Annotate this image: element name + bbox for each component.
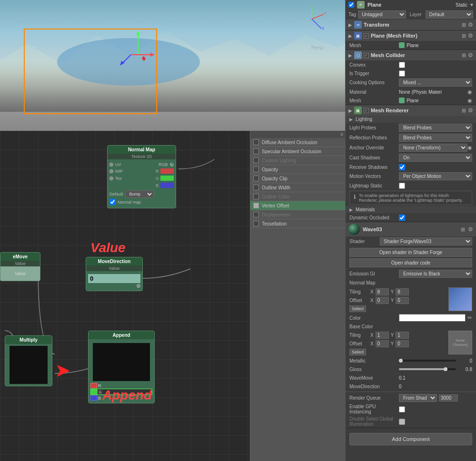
lighting-subsection[interactable]: ▶ Lighting (346, 116, 476, 123)
mesh-renderer-menu[interactable]: ⊞ (462, 108, 466, 114)
mesh-filter-gear[interactable]: ⚙ (468, 32, 473, 39)
shader-editor[interactable]: Normal Map Texture 2D UV RGB MIP R (0, 131, 345, 461)
offset2-x-input[interactable] (376, 340, 389, 347)
mesh-renderer-enable[interactable] (364, 108, 369, 113)
gloss-thumb[interactable] (444, 367, 447, 371)
offset2-y-input[interactable] (396, 340, 409, 347)
light-probes-dropdown[interactable]: Blend Probes (399, 124, 472, 132)
tessellation-checkbox[interactable] (253, 221, 259, 226)
specular-ao-checkbox[interactable] (253, 148, 259, 154)
move-direction-node[interactable]: MoveDirection Value 0 (86, 257, 143, 291)
wave03-gear[interactable]: ⚙ (468, 226, 473, 233)
move-node[interactable]: eMove Value Value (0, 252, 40, 281)
tiling2-x-input[interactable] (376, 332, 389, 339)
gloss-label: Gloss (349, 367, 397, 372)
motion-vectors-dropdown[interactable]: Per Object Motion (399, 172, 472, 180)
collider-mesh-label: Mesh (349, 98, 397, 103)
mesh-collider-enable[interactable] (364, 53, 369, 58)
mesh-filter-header[interactable]: ▶ ▦ Plane (Mesh Filter) ⊞ ⚙ (346, 30, 476, 41)
mesh-renderer-header[interactable]: ▶ ▦ Mesh Renderer ⊞ ⚙ (346, 105, 476, 116)
double-sided-checkbox[interactable] (399, 419, 405, 425)
normal-map-checkbox[interactable] (109, 199, 116, 205)
gpu-instancing-checkbox[interactable] (399, 406, 405, 412)
anchor-override-dropdown[interactable]: None (Transform) (399, 144, 467, 152)
port-label-uv: UV (115, 162, 125, 167)
normal-map-node[interactable]: Normal Map Texture 2D UV RGB MIP R (107, 145, 176, 208)
diffuse-ao-checkbox[interactable] (253, 139, 259, 145)
collider-material-select[interactable]: ◉ (467, 89, 472, 95)
mesh-collider-menu[interactable]: ⊞ (462, 52, 466, 59)
opacity-clip-checkbox[interactable] (253, 176, 259, 181)
port-dot-mip (109, 169, 113, 173)
is-trigger-checkbox[interactable] (399, 70, 405, 77)
transform-section: ▶ ⇔ Transform ⊞ ⚙ (346, 20, 476, 30)
mesh-filter-enable[interactable] (364, 33, 369, 39)
cooking-options-row: Cooking Options Mixed ... (346, 78, 476, 88)
cast-shadows-dropdown[interactable]: On (399, 154, 472, 162)
vertex-offset-checkbox[interactable] (253, 203, 259, 208)
default-dropdown[interactable]: Bump (125, 190, 154, 198)
wave03-header[interactable]: Wave03 ⊞ ⚙ (346, 222, 476, 236)
emission-gi-dropdown[interactable]: Emissive Is Black (399, 270, 472, 278)
normalmap-select-btn[interactable]: Select (349, 305, 366, 312)
tiling-x-input[interactable] (376, 288, 389, 295)
transform-gear[interactable]: ⚙ (468, 21, 473, 28)
color-picker-icon[interactable]: ✏ (467, 314, 472, 321)
mesh-collider-header[interactable]: ▶ ⬡ Mesh Collider ⊞ ⚙ (346, 50, 476, 60)
mesh-collider-section: ▶ ⬡ Mesh Collider ⊞ ⚙ Convex Is Trigger … (346, 50, 476, 105)
displacement-checkbox[interactable] (253, 212, 259, 217)
tiling2-y-input[interactable] (396, 332, 409, 339)
transform-menu[interactable]: ⊞ (462, 22, 466, 28)
add-component-button[interactable]: Add Component (349, 433, 472, 445)
shader-opt-opacity-clip[interactable]: Opacity Clip (250, 174, 345, 183)
dynamic-occluded-checkbox[interactable] (399, 215, 405, 221)
tag-dropdown[interactable]: Untagged (358, 10, 406, 19)
shader-dropdown[interactable]: Shader Forge/Wave03 (380, 237, 472, 245)
double-sided-label: Double Sided Global Illumination (349, 416, 397, 427)
anchor-select-btn[interactable]: ◉ (467, 145, 472, 151)
lightmap-static-checkbox[interactable] (399, 183, 405, 189)
receive-shadows-checkbox[interactable] (399, 164, 405, 170)
mesh-filter-menu[interactable]: ⊞ (462, 33, 466, 39)
mesh-renderer-gear[interactable]: ⚙ (468, 107, 473, 114)
opacity-checkbox[interactable] (253, 167, 259, 172)
shader-opt-diffuse-ao[interactable]: Diffuse Ambient Occlusion (250, 138, 345, 147)
outline-width-checkbox[interactable] (253, 185, 259, 190)
custom-lighting-checkbox[interactable] (253, 157, 259, 163)
shader-opt-vertex-offset[interactable]: Vertex Offset (250, 201, 345, 210)
tiling-y-input[interactable] (396, 288, 409, 295)
offset-x-input[interactable] (376, 297, 389, 304)
port-label-mip: MIP (115, 169, 125, 174)
layer-dropdown[interactable]: Default (426, 10, 473, 19)
outline-color-checkbox[interactable] (253, 194, 259, 199)
convex-checkbox[interactable] (399, 62, 405, 68)
static-dropdown-arrow[interactable]: ▾ (470, 1, 473, 8)
collider-mesh-select[interactable]: ◉ (467, 98, 472, 104)
object-name[interactable]: Plane (367, 2, 453, 8)
base-color-select-btn[interactable]: Select (349, 349, 366, 355)
shader-opt-specular-ao[interactable]: Specular Ambient Occlusion (250, 147, 345, 156)
gloss-slider[interactable]: 0.8 (399, 367, 472, 372)
movedirection-prop-label: MoveDirection (349, 384, 397, 389)
shader-opt-outline-width[interactable]: Outline Width (250, 183, 345, 192)
metallic-slider[interactable]: 0 (399, 358, 472, 363)
mesh-collider-gear[interactable]: ⚙ (468, 52, 473, 59)
wave03-menu[interactable]: ⊞ (461, 226, 465, 233)
cooking-options-dropdown[interactable]: Mixed ... (399, 78, 472, 87)
shader-opt-opacity[interactable]: Opacity (250, 165, 345, 174)
metallic-thumb[interactable] (399, 359, 403, 363)
open-shader-btn[interactable]: Open shader in Shader Forge (349, 248, 472, 257)
materials-subsection[interactable]: ▶ Materials (346, 206, 476, 213)
multiply-node[interactable]: Multiply (5, 335, 52, 386)
offset-y-input[interactable] (396, 297, 409, 304)
normalmap-preview-image[interactable] (448, 287, 472, 311)
object-active-checkbox[interactable] (348, 2, 354, 8)
transform-header[interactable]: ▶ ⇔ Transform ⊞ ⚙ (346, 20, 476, 30)
reflection-probes-dropdown[interactable]: Blend Probes (399, 134, 472, 142)
render-queue-dropdown[interactable]: From Shader (399, 394, 437, 402)
color-swatch[interactable] (399, 314, 466, 322)
shader-opt-tessellation[interactable]: Tessellation (250, 219, 345, 228)
base-color-texture-preview[interactable]: None (Texture) (448, 331, 472, 354)
render-queue-value-input[interactable] (439, 394, 458, 402)
open-code-btn[interactable]: Open shader code (349, 258, 472, 267)
